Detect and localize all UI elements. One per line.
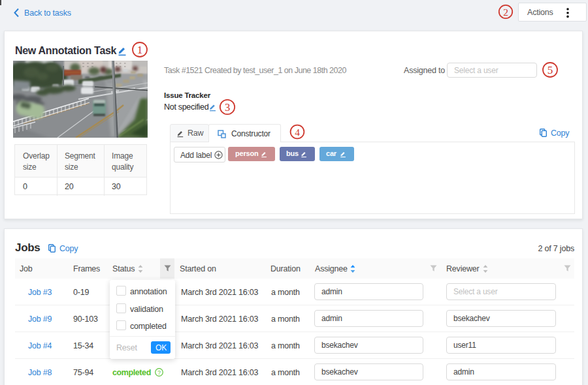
svg-text:2: 2 bbox=[503, 7, 508, 18]
svg-text:3: 3 bbox=[225, 101, 230, 114]
svg-text:4: 4 bbox=[295, 127, 300, 138]
svg-text:5: 5 bbox=[547, 64, 553, 76]
svg-text:1: 1 bbox=[137, 44, 142, 56]
svg-text:?: ? bbox=[157, 369, 161, 376]
